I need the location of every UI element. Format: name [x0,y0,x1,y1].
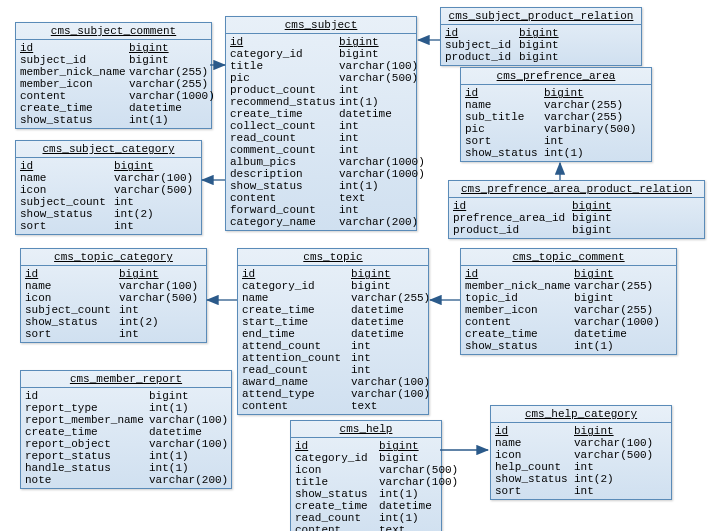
table-title: cms_help_category [491,406,671,423]
table-column: subject_idbigint [445,39,637,51]
col-name: sort [20,220,114,232]
col-name: report_type [25,402,149,414]
table-column: create_timedatetime [20,102,207,114]
table-column: namevarchar(100) [495,437,667,449]
col-name: report_status [25,450,149,462]
col-type: bigint [351,268,430,280]
col-type: datetime [339,108,418,120]
table-column: album_picsvarchar(1000) [230,156,412,168]
table-help-category: cms_help_categoryidbigintnamevarchar(100… [490,405,672,500]
table-column: read_countint(1) [295,512,437,524]
table-column: show_statusint(1) [230,180,412,192]
col-name: pic [465,123,544,135]
col-type: bigint [149,390,233,402]
col-type: bigint [572,200,616,212]
col-name: start_time [242,316,351,328]
col-type: datetime [129,102,208,114]
table-column: create_timedatetime [242,304,424,316]
col-type: varchar(255) [129,78,208,90]
col-type: varchar(1000) [574,316,663,328]
table-topic-comment: cms_topic_commentidbigintmember_nick_nam… [460,248,677,355]
col-type: varchar(100) [379,476,443,488]
table-help: cms_helpidbigintcategory_idbiginticonvar… [290,420,442,531]
col-type: bigint [129,54,208,66]
table-title: cms_prefrence_area_product_relation [449,181,704,198]
col-name: icon [20,184,114,196]
col-type: int [114,196,198,208]
col-name: forward_count [230,204,339,216]
col-type: varchar(255) [544,111,638,123]
col-type: varchar(500) [339,72,418,84]
table-column: read_countint [242,364,424,376]
col-name: collect_count [230,120,339,132]
table-column: category_idbigint [230,48,412,60]
col-name: show_status [465,147,544,159]
col-name: help_count [495,461,574,473]
col-type: varchar(100) [351,388,430,400]
table-topic: cms_topicidbigintcategory_idbigintnameva… [237,248,429,415]
table-column: idbigint [25,268,202,280]
col-type: bigint [379,452,443,464]
table-subject-product-relation: cms_subject_product_relationidbigintsubj… [440,7,642,66]
col-type: datetime [351,328,430,340]
col-name: read_count [295,512,379,524]
col-type: bigint [339,36,418,48]
col-name: member_icon [20,78,129,90]
table-column: idbigint [465,87,647,99]
col-type: varchar(200) [149,474,233,486]
table-column: subject_countint [20,196,197,208]
col-name: show_status [25,316,119,328]
col-type: varchar(500) [114,184,198,196]
col-type: int [339,132,418,144]
table-column: recommend_statusint(1) [230,96,412,108]
table-column: topic_idbigint [465,292,672,304]
table-column: descriptionvarchar(1000) [230,168,412,180]
table-column: member_nick_namevarchar(255) [20,66,207,78]
col-name: id [465,268,574,280]
table-column: product_countint [230,84,412,96]
table-column: idbigint [20,42,207,54]
table-column: namevarchar(100) [25,280,202,292]
table-column: notevarchar(200) [25,474,227,486]
table-title: cms_prefrence_area [461,68,651,85]
col-name: create_time [20,102,129,114]
col-name: sub_title [465,111,544,123]
col-type: int [351,340,430,352]
table-title: cms_subject [226,17,416,34]
col-name: subject_id [20,54,129,66]
table-column: end_timedatetime [242,328,424,340]
col-type: int(1) [149,462,233,474]
table-column: subject_idbigint [20,54,207,66]
col-type: bigint [544,87,638,99]
col-name: read_count [230,132,339,144]
table-column: attend_typevarchar(100) [242,388,424,400]
table-column: namevarchar(100) [20,172,197,184]
col-name: sort [495,485,574,497]
col-name: product_count [230,84,339,96]
col-type: varchar(100) [149,414,233,426]
col-name: id [25,390,149,402]
col-type: int(2) [574,473,658,485]
col-name: name [25,280,119,292]
col-type: int [339,84,418,96]
col-name: name [465,99,544,111]
col-type: datetime [351,316,430,328]
col-name: subject_id [445,39,519,51]
col-type: bigint [519,27,563,39]
table-column: titlevarchar(100) [295,476,437,488]
col-name: note [25,474,149,486]
col-name: create_time [25,426,149,438]
table-column: idbigint [495,425,667,437]
col-name: member_nick_name [465,280,574,292]
col-name: content [465,316,574,328]
table-column: read_countint [230,132,412,144]
table-title: cms_topic_category [21,249,206,266]
table-column: member_nick_namevarchar(255) [465,280,672,292]
col-name: sort [25,328,119,340]
table-title: cms_subject_category [16,141,201,158]
col-type: int [339,144,418,156]
table-column: show_statusint(2) [20,208,197,220]
col-type: varchar(500) [119,292,203,304]
col-type: bigint [519,39,563,51]
col-type: bigint [574,292,663,304]
